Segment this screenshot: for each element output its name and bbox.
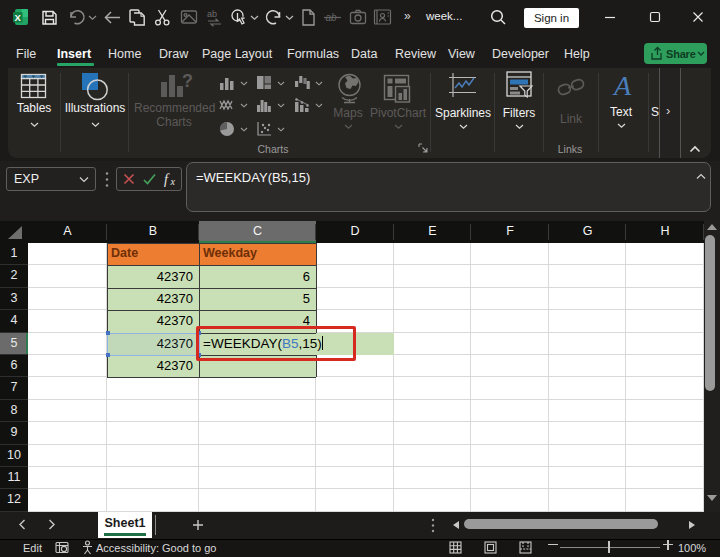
svg-text:x: x (170, 176, 176, 187)
svg-text:?: ? (182, 71, 193, 91)
svg-text:ab: ab (207, 9, 217, 19)
svg-text:f: f (164, 172, 170, 187)
svg-text:A: A (612, 70, 632, 100)
svg-text:X: X (15, 12, 22, 23)
